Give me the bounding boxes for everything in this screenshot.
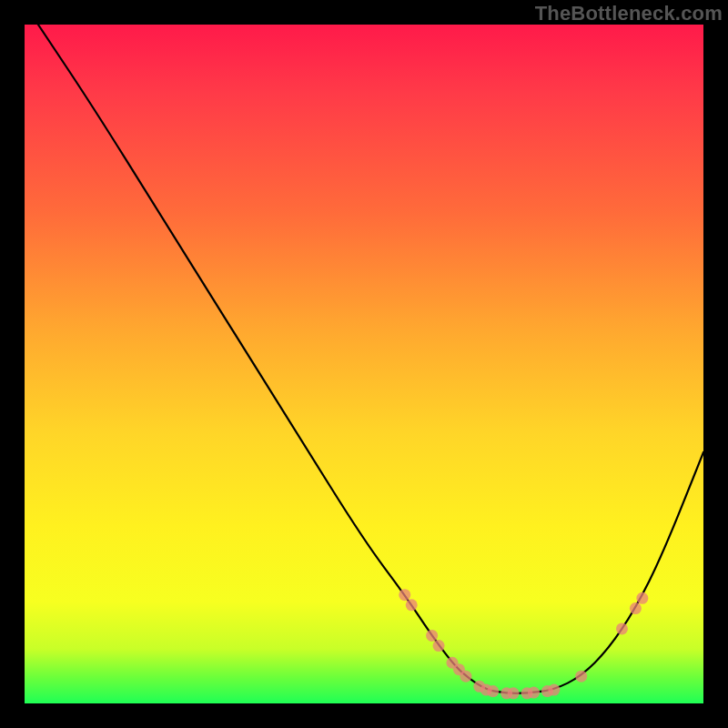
data-point — [508, 687, 520, 699]
curve-layer — [25, 25, 703, 703]
chart-frame: TheBottleneck.com — [0, 0, 728, 728]
data-point — [630, 602, 642, 614]
data-point — [528, 687, 540, 699]
data-point — [636, 592, 648, 604]
data-point — [433, 640, 445, 652]
data-point — [575, 671, 587, 682]
data-point — [487, 685, 499, 697]
data-point — [399, 589, 410, 601]
bottleneck-curve — [38, 25, 703, 693]
data-point — [460, 671, 471, 682]
data-point — [548, 684, 560, 696]
watermark-text: TheBottleneck.com — [535, 2, 723, 25]
data-point — [406, 599, 418, 611]
data-point — [426, 630, 438, 642]
plot-area — [25, 25, 703, 703]
data-point — [616, 622, 628, 634]
